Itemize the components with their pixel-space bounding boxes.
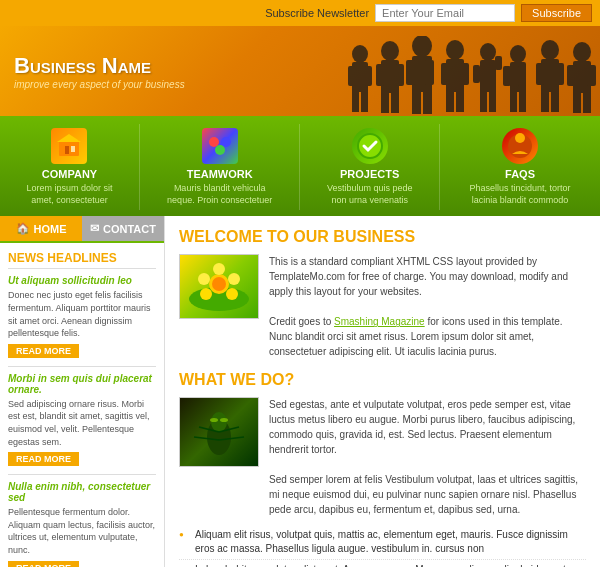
svg-rect-38 [536, 63, 544, 85]
what-para1: Sed egestas, ante et vulputate volutpat,… [269, 397, 586, 457]
sidebar: 🏠 HOME ✉ CONTACT News Headlines Ut aliqu… [0, 216, 165, 567]
main-content: Welcome to Our Business This is a standa… [165, 216, 600, 567]
svg-rect-25 [480, 60, 496, 92]
bullet-item-2: In hac habitasse platea dictumst. Aenean… [179, 560, 586, 567]
svg-point-54 [215, 145, 225, 155]
divider-1 [8, 366, 156, 367]
news-item-2: Morbi in sem quis dui placerat ornare. S… [8, 373, 156, 466]
header: Business Name improve every aspect of yo… [0, 26, 600, 116]
svg-rect-40 [541, 90, 549, 112]
read-more-3[interactable]: Read More [8, 561, 79, 568]
top-bar: Subscribe Newsletter Subscribe [0, 0, 600, 26]
svg-point-65 [212, 277, 226, 291]
projects-desc: Vestibulum quis pede non urna venenatis [320, 183, 419, 206]
what-text: Sed egestas, ante et vulputate volutpat,… [269, 397, 586, 517]
contact-label: CONTACT [103, 223, 156, 235]
svg-rect-20 [441, 63, 449, 85]
welcome-para2: Credit goes to Smashing Magazine for ico… [269, 314, 586, 359]
read-more-2[interactable]: Read More [8, 452, 79, 466]
email-input[interactable] [375, 4, 515, 22]
svg-rect-34 [510, 90, 517, 112]
teamwork-icon [202, 128, 238, 164]
svg-rect-35 [519, 90, 526, 112]
company-icon [51, 128, 87, 164]
what-image [179, 397, 259, 467]
svg-marker-49 [57, 134, 81, 142]
svg-point-0 [352, 45, 368, 63]
header-silhouette [340, 36, 600, 116]
nav-item-projects[interactable]: Projects Vestibulum quis pede non urna v… [300, 124, 440, 210]
read-more-1[interactable]: Read More [8, 344, 79, 358]
svg-point-18 [446, 40, 464, 60]
svg-rect-9 [396, 64, 404, 86]
bullet-list: Aliquam elit risus, volutpat quis, matti… [179, 525, 586, 567]
home-label: HOME [34, 223, 67, 235]
svg-rect-21 [461, 63, 469, 85]
nav-item-teamwork[interactable]: Teamwork Mauris blandit vehicula neque. … [140, 124, 300, 210]
svg-rect-3 [365, 66, 372, 86]
svg-rect-23 [456, 90, 464, 112]
teamwork-label: Teamwork [187, 168, 253, 180]
faqs-label: FAQs [505, 168, 535, 180]
svg-rect-28 [480, 90, 487, 112]
contact-button[interactable]: ✉ CONTACT [82, 216, 164, 241]
svg-point-6 [381, 41, 399, 61]
svg-point-53 [221, 137, 231, 147]
nav-item-faqs[interactable]: FAQs Phasellus tincidunt, tortor lacinia… [440, 124, 600, 210]
svg-point-42 [573, 42, 591, 62]
news-body-2: Sed adipiscing ornare risus. Morbi est e… [8, 398, 156, 448]
projects-label: Projects [340, 168, 399, 180]
contact-icon: ✉ [90, 222, 99, 235]
svg-rect-11 [391, 91, 399, 113]
news-heading: News Headlines [8, 251, 156, 269]
svg-point-60 [213, 263, 225, 275]
svg-rect-22 [446, 90, 454, 112]
svg-rect-33 [518, 66, 526, 86]
subscribe-button[interactable]: Subscribe [521, 4, 592, 22]
news-body-1: Donec nec justo eget felis facilisis fer… [8, 289, 156, 339]
news-headline-3: Nulla enim nibh, consectetuer sed [8, 481, 156, 503]
company-label: Company [42, 168, 97, 180]
welcome-section: This is a standard compliant XHTML CSS l… [179, 254, 586, 359]
silhouette-svg [340, 36, 600, 116]
svg-rect-29 [489, 90, 496, 112]
welcome-image [179, 254, 259, 319]
svg-rect-26 [495, 56, 502, 70]
svg-rect-8 [376, 64, 384, 86]
insect-svg [184, 402, 254, 462]
svg-point-30 [510, 45, 526, 63]
svg-rect-4 [352, 90, 359, 112]
svg-rect-47 [583, 91, 591, 113]
svg-rect-17 [423, 90, 432, 114]
svg-point-72 [210, 418, 218, 422]
svg-rect-51 [71, 146, 75, 152]
what-section: What We Do? Sed egestas, ante [179, 371, 586, 567]
svg-point-61 [198, 273, 210, 285]
home-icon: 🏠 [16, 222, 30, 235]
news-headline-1: Ut aliquam sollicitudin leo [8, 275, 156, 286]
nav-item-company[interactable]: Company Lorem ipsum dolor sit amet, cons… [0, 124, 140, 210]
faqs-desc: Phasellus tincidunt, tortor lacinia blan… [460, 183, 580, 206]
what-heading: What We Do? [179, 371, 586, 389]
site-subtitle: improve every aspect of your business [14, 79, 185, 90]
svg-point-64 [226, 288, 238, 300]
welcome-para1: This is a standard compliant XHTML CSS l… [269, 254, 586, 299]
svg-rect-32 [503, 66, 511, 86]
faqs-icon [502, 128, 538, 164]
smashing-link[interactable]: Smashing Magazine [334, 316, 425, 327]
svg-rect-15 [425, 60, 434, 85]
svg-rect-39 [556, 63, 564, 85]
home-button[interactable]: 🏠 HOME [0, 216, 82, 241]
svg-rect-41 [551, 90, 559, 112]
svg-point-67 [211, 412, 227, 432]
welcome-text: This is a standard compliant XHTML CSS l… [269, 254, 586, 359]
svg-point-57 [515, 133, 525, 143]
svg-rect-14 [406, 60, 415, 85]
bullet-item-1: Aliquam elit risus, volutpat quis, matti… [179, 525, 586, 560]
nav-bar: Company Lorem ipsum dolor sit amet, cons… [0, 116, 600, 216]
svg-point-62 [228, 273, 240, 285]
site-title: Business Name [14, 53, 185, 79]
news-item-3: Nulla enim nibh, consectetuer sed Pellen… [8, 481, 156, 567]
svg-rect-44 [567, 65, 576, 86]
svg-rect-16 [412, 90, 421, 114]
